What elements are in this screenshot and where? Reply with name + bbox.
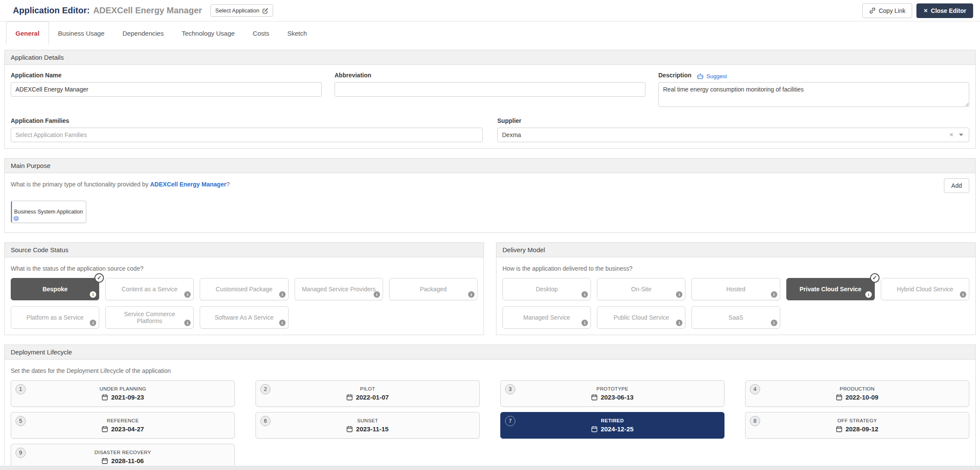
- option-customised-package[interactable]: Customised Package i: [200, 278, 288, 300]
- option-platform-as-a-service[interactable]: Platform as a Service i: [11, 306, 99, 329]
- main-purpose-value: Business System Application: [14, 209, 83, 215]
- phase-number-badge: 9: [15, 448, 26, 458]
- option-packaged[interactable]: Packaged i: [389, 278, 478, 300]
- phase-number-badge: 1: [15, 384, 26, 394]
- info-icon[interactable]: i: [184, 320, 191, 326]
- option-label: Bespoke: [43, 286, 67, 293]
- phase-name: DISASTER RECOVERY: [94, 450, 151, 455]
- phase-name: PILOT: [360, 386, 375, 391]
- lifecycle-card-off-strategy[interactable]: 8 OFF STRATEGY 2028-09-12: [745, 412, 969, 439]
- tab-general[interactable]: General: [6, 21, 49, 45]
- application-editor-page: Application Editor: ADEXCell Energy Mana…: [0, 0, 980, 466]
- caret-down-icon[interactable]: [959, 134, 963, 136]
- tab-dependencies[interactable]: Dependencies: [113, 21, 173, 45]
- phase-date-value: 2023-11-15: [356, 425, 389, 433]
- option-saas[interactable]: SaaS i: [691, 306, 780, 329]
- calendar-icon: [836, 426, 842, 432]
- info-icon[interactable]: i: [581, 320, 588, 326]
- section-main-purpose: Main Purpose What is the primary type of…: [4, 158, 976, 233]
- select-application-label: Select Application: [215, 7, 259, 14]
- option-bespoke[interactable]: Bespoke i ✓: [11, 278, 99, 300]
- lifecycle-card-under-planning[interactable]: 1 UNDER PLANNING 2021-09-23: [11, 380, 235, 407]
- deployment-lifecycle-title: Deployment Lifecycle: [5, 345, 975, 360]
- application-name-link[interactable]: ADEXCell Energy Manager: [150, 181, 226, 188]
- tab-business-usage[interactable]: Business Usage: [49, 21, 113, 45]
- option-hybrid-cloud-service[interactable]: Hybrid Cloud Service i: [881, 278, 969, 300]
- info-icon[interactable]: i: [184, 291, 191, 298]
- option-label: Content as a Service: [122, 286, 177, 293]
- option-managed-service-providers[interactable]: Managed Service Providers i: [295, 278, 383, 300]
- phase-name: PRODUCTION: [840, 386, 874, 391]
- phase-number-badge: 6: [260, 416, 271, 426]
- lifecycle-card-production[interactable]: 4 PRODUCTION 2022-10-09: [745, 380, 969, 407]
- phase-date-value: 2021-09-23: [111, 394, 144, 401]
- option-managed-service[interactable]: Managed Service i: [502, 306, 591, 329]
- lifecycle-card-pilot[interactable]: 2 PILOT 2022-01-07: [256, 380, 480, 407]
- option-label: Customised Package: [216, 286, 272, 293]
- lifecycle-card-sunset[interactable]: 6 SUNSET 2023-11-15: [256, 412, 480, 439]
- info-icon[interactable]: i: [865, 291, 872, 298]
- tab-technology-usage[interactable]: Technology Usage: [173, 21, 243, 45]
- close-icon: ✕: [923, 8, 928, 14]
- info-icon[interactable]: i: [771, 320, 777, 326]
- status-delivery-row: Source Code Status What is the status of…: [4, 242, 976, 335]
- suggest-button[interactable]: Suggest: [697, 73, 727, 79]
- phase-number-badge: 3: [505, 384, 515, 394]
- option-desktop[interactable]: Desktop i: [502, 278, 591, 300]
- copy-link-button[interactable]: Copy Link: [862, 3, 912, 18]
- info-icon[interactable]: i: [279, 291, 286, 298]
- tab-sketch[interactable]: Sketch: [278, 21, 316, 45]
- info-icon[interactable]: i: [90, 320, 96, 326]
- robot-icon: [697, 73, 704, 79]
- edit-icon: [262, 8, 268, 14]
- suggest-label: Suggest: [706, 73, 727, 79]
- option-on-site[interactable]: On-Site i: [597, 278, 685, 300]
- lifecycle-card-reference[interactable]: 5 REFERENCE 2023-04-27: [11, 412, 235, 439]
- add-button[interactable]: Add: [944, 178, 969, 193]
- info-icon[interactable]: i: [581, 291, 588, 298]
- main-purpose-selected-chip[interactable]: Business System Application: [11, 201, 86, 223]
- lifecycle-card-prototype[interactable]: 3 PROTOTYPE 2023-06-13: [500, 380, 724, 407]
- clear-icon[interactable]: ×: [950, 131, 953, 138]
- application-name-input[interactable]: [11, 82, 322, 97]
- check-icon: ✓: [94, 273, 104, 283]
- info-icon[interactable]: i: [90, 291, 96, 298]
- lifecycle-card-disaster-recovery[interactable]: 9 DISASTER RECOVERY 2028-11-06: [11, 444, 235, 466]
- info-icon[interactable]: i: [279, 320, 286, 326]
- info-icon[interactable]: i: [676, 291, 682, 298]
- close-editor-button[interactable]: ✕ Close Editor: [916, 3, 973, 18]
- header-actions: Copy Link ✕ Close Editor: [862, 3, 973, 18]
- phase-number-badge: 7: [505, 416, 515, 426]
- option-service-commerce-platforms[interactable]: Service Commerce Platforms i: [105, 306, 194, 329]
- page-title: Application Editor:: [13, 6, 90, 15]
- calendar-icon: [836, 394, 842, 400]
- phase-date: 2021-09-23: [102, 394, 144, 401]
- info-icon[interactable]: i: [676, 320, 682, 326]
- main-purpose-question: What is the primary type of functionalit…: [11, 181, 230, 188]
- option-private-cloud-service[interactable]: Private Cloud Service i ✓: [786, 278, 875, 300]
- option-hosted[interactable]: Hosted i: [691, 278, 780, 300]
- info-icon[interactable]: i: [374, 291, 380, 298]
- calendar-icon: [102, 458, 108, 464]
- supplier-select[interactable]: Dexma ×: [497, 128, 969, 142]
- option-label: Software As A Service: [215, 314, 274, 321]
- link-icon: [869, 7, 876, 14]
- option-software-as-a-service[interactable]: Software As A Service i: [200, 306, 288, 329]
- phase-date: 2023-06-13: [591, 394, 634, 401]
- tab-costs[interactable]: Costs: [244, 21, 278, 45]
- info-icon[interactable]: i: [960, 291, 966, 298]
- info-icon[interactable]: i: [771, 291, 777, 298]
- abbreviation-input[interactable]: [335, 82, 645, 97]
- option-public-cloud-service[interactable]: Public Cloud Service i: [597, 306, 685, 329]
- phase-date: 2022-01-07: [347, 394, 389, 401]
- lifecycle-card-retired[interactable]: 7 RETIRED 2024-12-25: [500, 412, 724, 439]
- option-label: On-Site: [631, 286, 651, 293]
- info-icon[interactable]: i: [468, 291, 475, 298]
- description-textarea[interactable]: Real time energy consumption monitoring …: [658, 82, 969, 107]
- phase-date: 2028-09-12: [836, 425, 879, 433]
- phase-date: 2028-11-06: [102, 457, 144, 464]
- application-families-input[interactable]: [11, 128, 483, 142]
- phase-name: UNDER PLANNING: [100, 386, 146, 391]
- select-application-button[interactable]: Select Application: [210, 4, 273, 17]
- option-content-as-a-service[interactable]: Content as a Service i: [105, 278, 194, 300]
